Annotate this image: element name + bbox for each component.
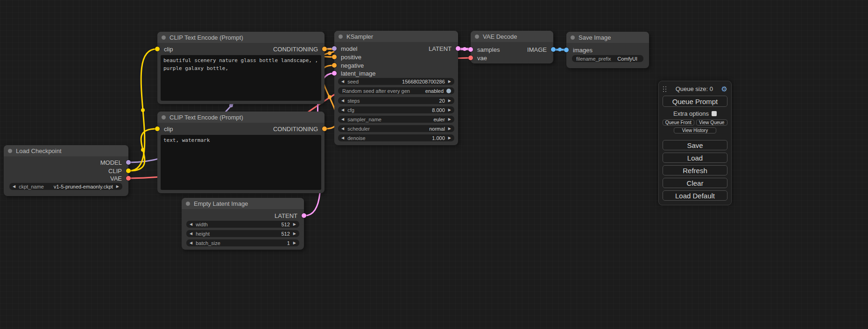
- widget-value: 20: [439, 98, 445, 104]
- node-vae-decode[interactable]: VAE Decode samples vae IMAGE: [471, 31, 553, 63]
- clip-input-dot[interactable]: [155, 47, 160, 51]
- collapse-dot-icon[interactable]: [8, 149, 12, 153]
- negative-prompt-textarea[interactable]: text, watermark: [161, 135, 321, 190]
- widget-filename-prefix[interactable]: filename_prefix ComfyUI: [572, 55, 643, 62]
- extra-options-label: Extra options: [673, 110, 709, 117]
- view-history-button[interactable]: View History: [674, 127, 717, 133]
- load-checkpoint-title-bar[interactable]: Load Checkpoint: [4, 145, 128, 156]
- collapse-dot-icon[interactable]: [162, 115, 166, 119]
- decrement-arrow-icon[interactable]: ◀: [341, 136, 344, 140]
- widget-width[interactable]: ◀ width 512 ▶: [186, 221, 299, 228]
- node-load-checkpoint[interactable]: Load Checkpoint MODEL CLIP VAE ◀ ckpt_na…: [4, 145, 128, 196]
- decrement-arrow-icon[interactable]: ◀: [341, 80, 344, 84]
- increment-arrow-icon[interactable]: ▶: [448, 108, 451, 112]
- increment-arrow-icon[interactable]: ▶: [448, 80, 451, 84]
- vae-output-dot[interactable]: [126, 176, 131, 181]
- node-save-image[interactable]: Save Image images filename_prefix ComfyU…: [566, 32, 649, 68]
- decrement-arrow-icon[interactable]: ◀: [190, 223, 192, 226]
- decrement-arrow-icon[interactable]: ◀: [190, 241, 192, 245]
- prev-arrow-icon[interactable]: ◀: [341, 118, 344, 121]
- node-title: CLIP Text Encode (Prompt): [169, 34, 243, 41]
- node-ksampler[interactable]: KSampler model positive negative latent_…: [334, 31, 458, 145]
- toggle-knob-icon[interactable]: [446, 89, 451, 93]
- decrement-arrow-icon[interactable]: ◀: [341, 108, 344, 112]
- next-arrow-icon[interactable]: ▶: [448, 118, 451, 121]
- image-output-dot[interactable]: [551, 47, 556, 52]
- node-clip-text-encode-positive[interactable]: CLIP Text Encode (Prompt) clip CONDITION…: [157, 32, 325, 104]
- prev-arrow-icon[interactable]: ◀: [13, 185, 15, 189]
- model-output-dot[interactable]: [126, 160, 131, 165]
- load-default-button[interactable]: Load Default: [663, 190, 727, 201]
- load-button[interactable]: Load: [663, 153, 727, 163]
- widget-steps[interactable]: ◀ steps 20 ▶: [338, 97, 454, 104]
- node-title: KSampler: [346, 33, 373, 40]
- samples-input-dot[interactable]: [468, 47, 473, 52]
- clip-encode-negative-title-bar[interactable]: CLIP Text Encode (Prompt): [157, 112, 325, 123]
- negative-input-dot[interactable]: [332, 63, 337, 68]
- widget-value: 1.000: [432, 135, 445, 141]
- node-empty-latent-image[interactable]: Empty Latent Image LATENT ◀ width 512 ▶ …: [182, 198, 304, 250]
- next-arrow-icon[interactable]: ▶: [116, 185, 119, 189]
- clip-input-dot[interactable]: [155, 126, 160, 131]
- widget-batch-size[interactable]: ◀ batch_size 1 ▶: [186, 239, 299, 246]
- widget-cfg[interactable]: ◀ cfg 8.000 ▶: [338, 106, 454, 113]
- queue-front-button[interactable]: Queue Front: [663, 119, 694, 126]
- increment-arrow-icon[interactable]: ▶: [293, 223, 296, 226]
- increment-arrow-icon[interactable]: ▶: [293, 232, 296, 236]
- extra-options-checkbox[interactable]: [712, 111, 717, 116]
- collapse-dot-icon[interactable]: [475, 35, 479, 39]
- next-arrow-icon[interactable]: ▶: [448, 127, 451, 131]
- widget-value: normal: [429, 126, 445, 132]
- save-image-title-bar[interactable]: Save Image: [566, 32, 649, 43]
- clear-button[interactable]: Clear: [663, 178, 727, 188]
- comfy-menu-panel[interactable]: Queue size: 0 ⚙ Queue Prompt Extra optio…: [658, 81, 732, 205]
- increment-arrow-icon[interactable]: ▶: [293, 241, 296, 245]
- widget-value: 512: [281, 231, 289, 237]
- ksampler-title-bar[interactable]: KSampler: [334, 31, 458, 42]
- widget-scheduler[interactable]: ◀ scheduler normal ▶: [338, 125, 454, 132]
- decrement-arrow-icon[interactable]: ◀: [190, 232, 192, 236]
- collapse-dot-icon[interactable]: [186, 202, 190, 206]
- widget-seed[interactable]: ◀ seed 156680208700286 ▶: [338, 78, 454, 85]
- conditioning-output-dot[interactable]: [322, 126, 327, 131]
- latent-output-dot[interactable]: [456, 46, 460, 51]
- latent-output-dot[interactable]: [302, 213, 306, 218]
- widget-random-seed-toggle[interactable]: Random seed after every gen enabled: [338, 87, 454, 94]
- widget-ckpt-name[interactable]: ◀ ckpt_name v1-5-pruned-emaonly.ckpt ▶: [9, 183, 122, 190]
- slot-input-samples: samples: [471, 45, 500, 54]
- slot-output-latent: LATENT: [275, 211, 304, 220]
- vae-input-dot[interactable]: [468, 56, 473, 60]
- refresh-button[interactable]: Refresh: [663, 165, 727, 175]
- drag-handle-icon[interactable]: [663, 86, 667, 92]
- latent-image-input-dot[interactable]: [332, 71, 337, 76]
- conditioning-output-dot[interactable]: [322, 47, 327, 51]
- prev-arrow-icon[interactable]: ◀: [341, 127, 344, 131]
- view-queue-button[interactable]: View Queue: [696, 119, 728, 126]
- vae-decode-title-bar[interactable]: VAE Decode: [471, 31, 553, 42]
- queue-prompt-button[interactable]: Queue Prompt: [663, 96, 727, 107]
- positive-prompt-textarea[interactable]: beautiful scenery nature glass bottle la…: [161, 55, 321, 101]
- increment-arrow-icon[interactable]: ▶: [448, 136, 451, 140]
- clip-encode-positive-title-bar[interactable]: CLIP Text Encode (Prompt): [157, 32, 325, 43]
- collapse-dot-icon[interactable]: [571, 35, 575, 40]
- clip-output-dot[interactable]: [126, 168, 131, 173]
- increment-arrow-icon[interactable]: ▶: [448, 99, 451, 103]
- empty-latent-title-bar[interactable]: Empty Latent Image: [182, 198, 304, 209]
- images-input-dot[interactable]: [564, 48, 569, 52]
- save-button[interactable]: Save: [663, 140, 727, 150]
- settings-gear-icon[interactable]: ⚙: [721, 85, 727, 92]
- decrement-arrow-icon[interactable]: ◀: [341, 99, 344, 103]
- collapse-dot-icon[interactable]: [162, 35, 166, 40]
- widget-sampler-name[interactable]: ◀ sampler_name euler ▶: [338, 116, 454, 123]
- widget-height[interactable]: ◀ height 512 ▶: [186, 230, 299, 237]
- widget-label: Random seed after every gen: [342, 88, 410, 94]
- positive-input-dot[interactable]: [332, 55, 337, 59]
- model-input-dot[interactable]: [332, 46, 337, 51]
- slot-label: clip: [164, 126, 173, 133]
- widget-label: steps: [347, 98, 360, 104]
- node-title: CLIP Text Encode (Prompt): [169, 114, 243, 121]
- slot-output-latent: LATENT: [429, 44, 458, 53]
- node-clip-text-encode-negative[interactable]: CLIP Text Encode (Prompt) clip CONDITION…: [157, 112, 325, 193]
- widget-denoise[interactable]: ◀ denoise 1.000 ▶: [338, 134, 454, 141]
- collapse-dot-icon[interactable]: [339, 35, 343, 39]
